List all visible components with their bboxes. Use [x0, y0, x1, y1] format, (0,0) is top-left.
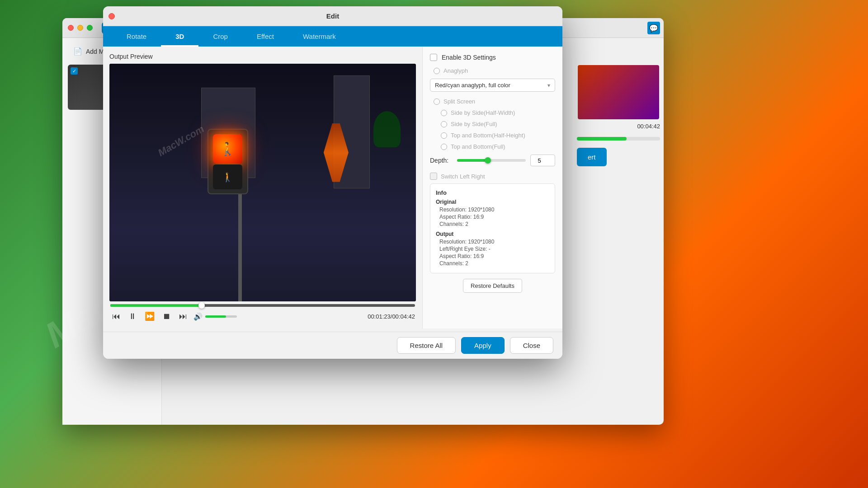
dropdown-arrow-icon: ▾ [547, 82, 550, 89]
skip-next-button[interactable]: ⏭ [177, 311, 189, 322]
fast-forward-button[interactable]: ⏩ [143, 310, 156, 322]
info-section: Info Original Resolution: 868*488 Aspe… [430, 183, 555, 273]
skip-back-button[interactable]: ⏮ [110, 311, 122, 322]
switch-left-right-row: Switch Left Right [430, 173, 555, 180]
anaglyph-radio[interactable] [434, 68, 440, 74]
top-bottom-half-label: Top and Bottom(Half-Height) [451, 132, 525, 139]
info-title: Info [436, 189, 549, 196]
video-progress-bar[interactable] [110, 304, 415, 307]
volume-fill [205, 315, 226, 318]
add-media-label: Add M [86, 48, 104, 55]
scene-background: 🚶 🚶 MacW.com [109, 64, 416, 301]
top-bottom-half-radio[interactable] [441, 132, 447, 139]
info-out-aspect: Aspect Ratio: 16:9 [436, 253, 549, 259]
traffic-light-box: 🚶 🚶 [208, 129, 248, 194]
depth-slider-track [457, 159, 526, 162]
side-by-side-half-label: Side by Side(Half-Width) [451, 109, 515, 116]
tab-crop[interactable]: Crop [198, 26, 242, 47]
preview-area: Output Preview 🚶 [103, 47, 422, 328]
bg-progress-bar [577, 137, 660, 141]
bg-progress-fill [577, 137, 627, 141]
tab-watermark[interactable]: Watermark [288, 26, 350, 47]
file-checkbox[interactable]: ✓ [71, 67, 78, 75]
enable-3d-checkbox[interactable] [430, 54, 437, 61]
depth-label: Depth: [430, 157, 453, 164]
tab-rotate[interactable]: Rotate [112, 26, 161, 47]
current-time: 00:01:23 [368, 313, 391, 320]
dialog-close-btn[interactable] [108, 13, 115, 19]
bg-minimize-btn[interactable] [77, 25, 83, 31]
apply-button[interactable]: Apply [461, 337, 505, 354]
side-by-side-half-option: Side by Side(Half-Width) [441, 109, 555, 116]
info-orig-aspect: Aspect Ratio: 16:9 [436, 214, 549, 220]
switch-left-right-checkbox[interactable] [430, 173, 437, 180]
side-by-side-full-option: Side by Side(Full) [441, 121, 555, 127]
depth-row: Depth: 5 [430, 155, 555, 166]
stop-button[interactable]: ⏹ [161, 311, 173, 322]
preview-label: Output Preview [109, 53, 416, 60]
anaglyph-selected-value: Red/cyan anaglyph, full color [435, 82, 510, 89]
bg-timestamp: 00:04:42 [573, 119, 664, 133]
split-screen-label: Split Screen [443, 98, 475, 105]
bg-close-btn[interactable] [68, 25, 74, 31]
top-bottom-full-option: Top and Bottom(Full) [441, 143, 555, 150]
restore-all-button[interactable]: Restore All [397, 337, 456, 354]
enable-3d-label: Enable 3D Settings [442, 54, 496, 61]
dialog-tabs: Rotate 3D Crop Effect Watermark [103, 26, 562, 47]
info-original-sub: Original [436, 199, 549, 205]
foliage [373, 111, 401, 147]
video-progress-thumb[interactable] [198, 302, 205, 309]
top-bottom-half-option: Top and Bottom(Half-Height) [441, 132, 555, 139]
depth-slider-thumb[interactable] [485, 157, 491, 164]
switch-left-right-label: Switch Left Right [441, 173, 485, 180]
depth-slider-fill [457, 159, 488, 162]
bg-thumb [578, 65, 659, 119]
enable-3d-row: Enable 3D Settings [430, 54, 555, 61]
pause-button[interactable]: ⏸ [127, 311, 138, 322]
bg-maximize-btn[interactable] [87, 25, 93, 31]
info-out-channels: Channels: 2 [436, 260, 549, 267]
split-screen-option: Split Screen [434, 98, 555, 105]
volume-container: 🔊 [193, 312, 237, 321]
info-out-resolution: Resolution: 868*488 [436, 239, 549, 245]
settings-panel: Enable 3D Settings Anaglyph Red/cyan ana… [422, 47, 562, 328]
dialog-content: Output Preview 🚶 [103, 47, 562, 328]
video-progress-fill [110, 304, 202, 307]
side-by-side-full-radio[interactable] [441, 121, 447, 127]
dialog-title: Edit [326, 12, 339, 20]
anaglyph-option: Anaglyph [434, 67, 555, 74]
info-orig-resolution: Resolution: 868*488 [436, 206, 549, 213]
bg-right-panel: 00:04:42 ert [573, 38, 664, 425]
corner-icon[interactable]: 💬 [647, 22, 660, 34]
close-button[interactable]: Close [510, 337, 553, 354]
volume-icon: 🔊 [193, 312, 203, 321]
top-bottom-full-label: Top and Bottom(Full) [451, 143, 505, 150]
depth-input[interactable]: 5 [530, 155, 555, 166]
volume-bar[interactable] [205, 315, 237, 318]
dialog-footer: Restore All Apply Close [103, 332, 562, 359]
edit-dialog: Edit Rotate 3D Crop Effect Watermark Out… [103, 6, 562, 359]
total-time: 00:04:42 [392, 313, 415, 320]
anaglyph-dropdown[interactable]: Red/cyan anaglyph, full color ▾ [430, 79, 555, 92]
dark-traffic-light: 🚶 [213, 164, 242, 189]
top-bottom-full-radio[interactable] [441, 144, 447, 150]
red-traffic-light: 🚶 [213, 134, 242, 164]
split-screen-radio[interactable] [434, 99, 440, 105]
tab-effect[interactable]: Effect [242, 26, 288, 47]
info-orig-channels: Channels: 2 [436, 221, 549, 227]
tab-3d[interactable]: 3D [161, 26, 198, 47]
depth-slider-container[interactable] [457, 159, 526, 162]
anaglyph-label: Anaglyph [443, 67, 468, 74]
walk-figure: 🚶 [220, 141, 236, 156]
info-output-sub: Output [436, 231, 549, 237]
video-controls: ⏮ ⏸ ⏩ ⏹ ⏭ 🔊 00:01:23/00:04:42 [109, 310, 416, 322]
dialog-titlebar: Edit [103, 6, 562, 26]
video-preview: 🚶 🚶 MacW.com [109, 64, 416, 301]
side-by-side-half-radio[interactable] [441, 110, 447, 116]
info-out-eye-size: Left/Right Eye Size: - [436, 246, 549, 252]
restore-defaults-button[interactable]: Restore Defaults [463, 279, 522, 293]
side-by-side-full-label: Side by Side(Full) [451, 121, 497, 127]
bg-convert-button[interactable]: ert [577, 148, 607, 166]
video-progress-container [109, 304, 416, 307]
time-display: 00:01:23/00:04:42 [368, 313, 415, 320]
